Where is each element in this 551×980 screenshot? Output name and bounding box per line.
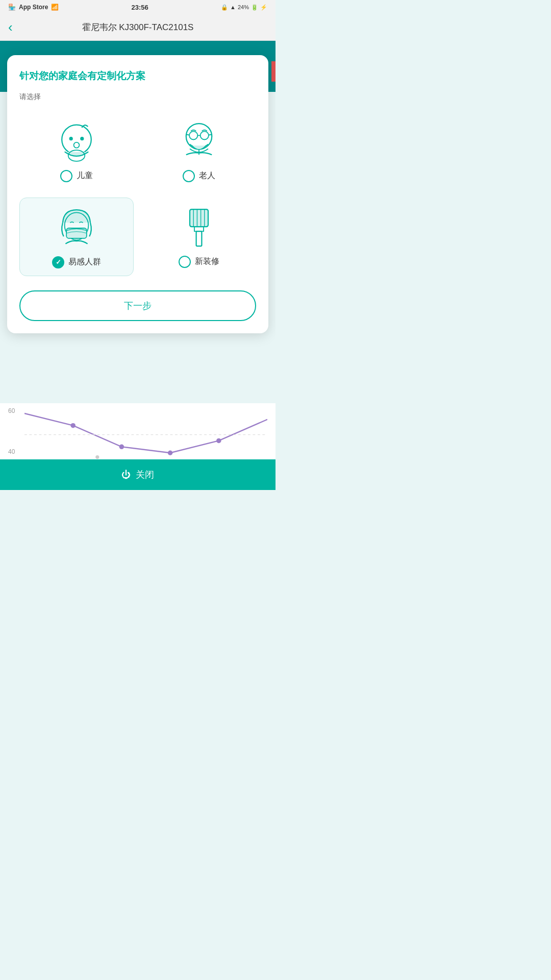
option-children[interactable]: 儿童 (19, 112, 134, 189)
app-store-icon: 🏪 (8, 4, 16, 11)
brush-icon (176, 205, 222, 251)
red-accent (271, 61, 276, 82)
sensitive-label-row: 易感人群 (52, 256, 101, 268)
svg-rect-19 (194, 227, 204, 231)
elderly-label: 老人 (199, 170, 215, 181)
power-icon: ⏻ (121, 470, 131, 480)
chart-area: 60 40 (0, 403, 276, 459)
options-grid: 儿童 (19, 112, 256, 276)
renovation-label: 新装修 (195, 256, 219, 267)
chart-label-60: 60 (8, 407, 15, 414)
status-left: 🏪 App Store 📶 (8, 4, 59, 11)
elderly-icon (176, 119, 222, 165)
battery-percent: 24% (238, 4, 249, 10)
svg-rect-14 (190, 209, 208, 227)
lock-icon: 🔒 (221, 4, 228, 11)
option-sensitive[interactable]: 易感人群 (19, 198, 134, 276)
svg-point-23 (168, 450, 173, 455)
status-time: 23:56 (132, 4, 148, 11)
charging-icon: ⚡ (260, 4, 267, 11)
sensitive-label: 易感人群 (68, 257, 101, 267)
elderly-label-row: 老人 (183, 170, 215, 182)
battery-icon: 🔋 (251, 4, 258, 11)
renovation-label-row: 新装修 (179, 256, 219, 268)
svg-point-21 (70, 423, 76, 428)
svg-point-5 (186, 124, 212, 149)
header: ‹ 霍尼韦尔 KJ300F-TAC2101S (0, 14, 276, 41)
next-button[interactable]: 下一步 (19, 290, 256, 321)
dialog-title: 针对您的家庭会有定制化方案 (19, 69, 256, 83)
svg-point-1 (69, 137, 73, 140)
children-label: 儿童 (77, 170, 93, 181)
status-app-name: App Store (19, 4, 48, 11)
svg-rect-20 (196, 231, 202, 246)
sensitive-radio[interactable] (52, 256, 64, 268)
close-label: 关闭 (136, 469, 154, 481)
svg-point-7 (201, 131, 209, 139)
page-title: 霍尼韦尔 KJ300F-TAC2101S (82, 21, 194, 33)
option-renovation[interactable]: 新装修 (142, 198, 256, 276)
svg-point-24 (216, 438, 221, 444)
bottom-bar[interactable]: ⏻ 关闭 (0, 459, 276, 490)
elderly-radio[interactable] (183, 170, 195, 182)
svg-point-3 (74, 142, 80, 148)
status-right: 🔒 ▲ 24% 🔋 ⚡ (221, 4, 267, 11)
dialog-subtitle: 请选择 (19, 92, 256, 102)
svg-point-2 (80, 137, 84, 140)
option-elderly[interactable]: 老人 (142, 112, 256, 189)
sensitive-icon (54, 205, 99, 251)
chart-label-40: 40 (8, 448, 15, 455)
back-button[interactable]: ‹ (8, 19, 13, 35)
svg-line-9 (186, 134, 189, 135)
renovation-radio[interactable] (179, 256, 191, 268)
svg-point-22 (119, 445, 124, 450)
wifi-icon: 📶 (51, 4, 59, 11)
svg-point-6 (189, 131, 197, 139)
location-icon: ▲ (230, 4, 236, 10)
chart-svg (24, 407, 267, 462)
baby-icon (54, 119, 99, 165)
chart-labels: 60 40 (8, 407, 15, 455)
svg-point-26 (95, 455, 99, 459)
svg-line-10 (209, 134, 212, 135)
children-radio[interactable] (60, 170, 72, 182)
status-bar: 🏪 App Store 📶 23:56 🔒 ▲ 24% 🔋 ⚡ (0, 0, 276, 14)
children-label-row: 儿童 (60, 170, 93, 182)
dialog-overlay: 针对您的家庭会有定制化方案 请选择 儿童 (7, 55, 268, 333)
